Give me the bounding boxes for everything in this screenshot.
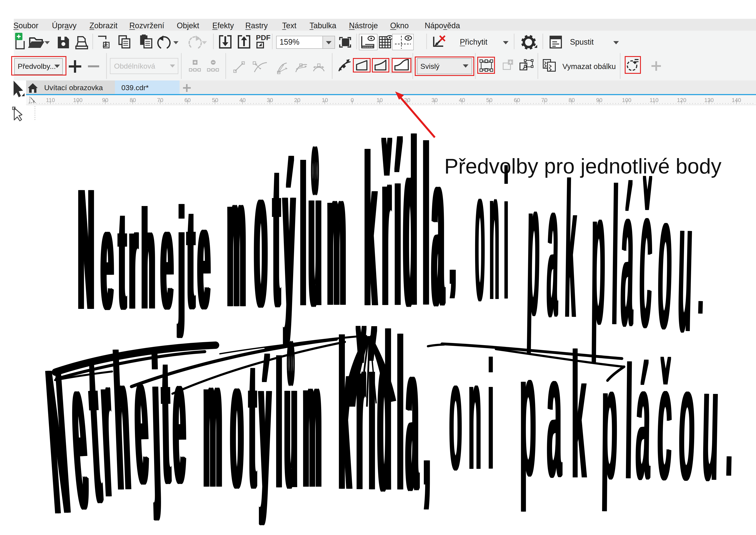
svg-text:ů: ů [310,126,323,347]
svg-text:l: l [302,124,308,348]
svg-text:p: p [520,315,537,514]
svg-text:PDF: PDF [256,33,271,42]
svg-text:l: l [399,295,405,535]
svg-text:k: k [572,316,587,515]
svg-text:p: p [602,333,619,513]
svg-text:h: h [143,180,156,338]
svg-text:n: n [469,328,482,502]
svg-text:t: t [275,122,281,349]
svg-text:l: l [425,99,431,352]
svg-text:o: o [256,127,269,348]
svg-text:o: o [678,331,697,514]
svg-text:e: e [200,176,211,339]
svg-text:ý: ý [285,121,296,350]
svg-text:j: j [180,178,186,340]
svg-text:i: i [489,328,494,501]
svg-text:a: a [408,300,420,533]
svg-text:ý: ý [261,322,272,527]
svg-text:,: , [425,338,431,519]
svg-text:a: a [434,106,446,351]
svg-text:o: o [450,328,463,502]
svg-text:ř: ř [358,291,366,535]
svg-text:k: k [340,296,353,534]
svg-text:m: m [205,320,223,526]
svg-text:á: á [636,332,652,513]
svg-text:n: n [490,131,500,338]
svg-text:o: o [476,130,485,339]
svg-text:m: m [229,136,247,346]
svg-text:l: l [278,323,283,526]
svg-text:d: d [379,288,392,535]
svg-text:u: u [702,333,721,514]
svg-text:č: č [657,331,674,514]
svg-text:a: a [548,316,563,514]
svg-text:i: i [505,132,509,338]
svg-text:e: e [163,179,175,338]
svg-text:r: r [131,180,139,339]
svg-text:,: , [451,199,457,303]
svg-text:m: m [305,322,323,525]
svg-text:t: t [189,177,196,339]
